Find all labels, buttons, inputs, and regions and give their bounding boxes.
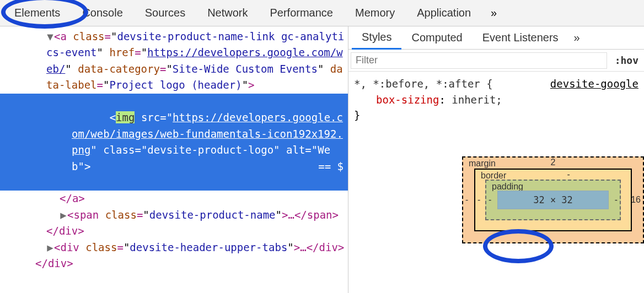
sidebar-tab-eventlisteners[interactable]: Event Listeners bbox=[473, 31, 568, 44]
box-model-padding-right: - bbox=[615, 195, 618, 205]
tab-memory[interactable]: Memory bbox=[344, 1, 406, 25]
dom-node-a[interactable]: ▼<a class="devsite-product-name-link gc-… bbox=[0, 29, 348, 94]
box-model-border-top: - bbox=[567, 170, 570, 180]
tab-network[interactable]: Network bbox=[196, 1, 259, 25]
dom-node-a-close[interactable]: </a> bbox=[0, 191, 348, 207]
tabs-overflow-icon[interactable]: » bbox=[482, 7, 506, 19]
box-model-border-left: - bbox=[477, 195, 480, 205]
devtools-main-tabs: Elements Console Sources Network Perform… bbox=[0, 0, 644, 26]
sidebar-tab-computed[interactable]: Computed bbox=[401, 31, 472, 44]
css-rule-close: } bbox=[354, 107, 638, 123]
css-prop-value[interactable]: inherit; bbox=[452, 94, 502, 106]
tab-sources[interactable]: Sources bbox=[134, 1, 196, 25]
css-prop-name[interactable]: box-sizing bbox=[376, 94, 439, 106]
dom-node-span[interactable]: ▶<span class="devsite-product-name">…</s… bbox=[0, 207, 348, 223]
styles-filter-input[interactable] bbox=[351, 52, 607, 69]
box-model-margin-right: 16 bbox=[631, 195, 641, 205]
sidebar-tabs: Styles Computed Event Listeners » bbox=[348, 26, 644, 50]
box-model-diagram[interactable]: margin 2 16 - border - - padding - - 32 … bbox=[348, 156, 644, 243]
styles-filter-row: :hov bbox=[348, 50, 644, 72]
annotation-circle-boxmodel bbox=[483, 229, 554, 263]
hov-toggle[interactable]: :hov bbox=[609, 55, 644, 66]
box-model-padding-left: - bbox=[489, 195, 491, 205]
css-rule-block[interactable]: *, *:before, *:after {devsite-google box… bbox=[348, 72, 644, 128]
box-model-margin-top: 2 bbox=[551, 158, 556, 167]
box-model-margin-label: margin bbox=[469, 159, 496, 169]
dom-node-div2[interactable]: ▶<div class="devsite-header-upper-tabs">… bbox=[0, 240, 348, 256]
dom-node-div-close[interactable]: </div> bbox=[0, 223, 348, 239]
tab-application[interactable]: Application bbox=[406, 1, 482, 25]
sidebar-tabs-overflow-icon[interactable]: » bbox=[568, 31, 586, 44]
box-model-content-size: 32 × 32 bbox=[497, 191, 609, 209]
dom-node-div-close2[interactable]: </div> bbox=[0, 256, 348, 272]
elements-dom-tree[interactable]: ▼<a class="devsite-product-name-link gc-… bbox=[0, 26, 348, 293]
box-model-margin-left: - bbox=[465, 195, 468, 205]
dom-node-img-selected[interactable]: <img src="https://developers.google.com/… bbox=[0, 94, 348, 191]
css-selector: *, *:before, *:after { bbox=[354, 78, 493, 90]
css-source-link[interactable]: devsite-google bbox=[550, 76, 638, 92]
tab-performance[interactable]: Performance bbox=[259, 1, 345, 25]
sidebar-tab-styles[interactable]: Styles bbox=[352, 26, 401, 50]
